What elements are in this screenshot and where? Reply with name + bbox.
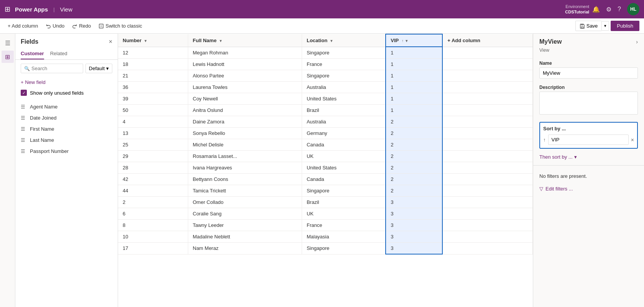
cell-vip: 2 [386,185,442,197]
col-header-fullname[interactable]: Full Name ▾ [188,34,302,47]
table-row: 6Coralie SangUK3 [118,208,533,220]
sidebar-tabs: Customer Related [15,48,118,60]
switch-classic-button[interactable]: Switch to classic [95,21,145,30]
type-dropdown[interactable]: Default ▾ [85,64,112,73]
cell-vip: 1 [386,82,442,93]
cell-vip: 3 [386,243,442,254]
col-header-vip[interactable]: VIP ↑ ▾ [386,34,442,47]
field-item-date-joined[interactable]: ☰ Date Joined [15,112,118,123]
table-row: 28Ivana HargreavesUnited States2 [118,162,533,174]
cell-location: Singapore [302,185,386,197]
table-row: 36Laurena TowlesAustralia1 [118,82,533,93]
cell-empty [442,243,532,254]
field-icon: ☰ [21,115,27,121]
publish-button[interactable]: Publish [611,21,639,31]
cell-empty [442,105,532,116]
table-row: 44Tamica TrickettSingapore2 [118,185,533,197]
cell-empty [442,220,532,231]
notifications-icon[interactable]: 🔔 [592,6,600,13]
cell-number: 50 [118,105,188,116]
cell-empty [442,174,532,185]
cell-number: 10 [118,231,188,243]
save-button[interactable]: Save [575,21,602,31]
field-item-last-name[interactable]: ☰ Last Name [15,135,118,146]
cell-location: United States [302,162,386,174]
redo-button[interactable]: Redo [69,21,94,30]
edit-filters-button[interactable]: ▽ Edit filters ... [533,184,644,194]
undo-button[interactable]: Undo [43,21,67,30]
table-row: 50Anitra OslundBrazil1 [118,105,533,116]
search-icon: 🔍 [24,66,30,71]
then-sort-button[interactable]: Then sort by ... ▾ [533,152,644,162]
field-item-passport-number[interactable]: ☰ Passport Number [15,146,118,157]
add-column-header[interactable]: + Add column [442,34,532,47]
cell-fullname: Lewis Hadnott [188,59,302,70]
cell-location: France [302,59,386,70]
field-icon: ☰ [21,148,27,154]
settings-icon[interactable]: ⚙ [606,6,611,13]
save-dropdown-button[interactable]: ▾ [601,21,609,31]
cell-fullname: Laurena Towles [188,82,302,93]
collapse-sidebar-button[interactable]: ☰ [2,37,14,49]
cell-empty [442,82,532,93]
avatar[interactable]: HL [627,3,639,15]
description-textarea[interactable] [539,92,638,115]
cell-number: 17 [118,243,188,254]
field-item-agent-name[interactable]: ☰ Agent Name [15,101,118,112]
sort-field-row: ↑ VIP × [543,135,634,145]
topbar-divider: | [53,7,54,12]
help-icon[interactable]: ? [618,6,621,13]
new-field-button[interactable]: + New field [15,77,118,87]
grid-icon[interactable]: ⊞ [5,5,10,13]
tab-customer[interactable]: Customer [21,48,44,59]
cell-empty [442,128,532,139]
show-unused-checkbox: ✓ [21,90,27,96]
add-column-button[interactable]: + Add column [5,21,41,30]
right-panel-header: MyView › [533,34,644,47]
cell-number: 29 [118,151,188,162]
cell-location: UK [302,151,386,162]
col-header-number[interactable]: Number ▾ [118,34,188,47]
cell-fullname: Michel Delisle [188,139,302,151]
cell-vip: 1 [386,47,442,59]
fields-icon[interactable]: ⊞ [2,51,14,63]
cell-vip: 1 [386,70,442,82]
search-row: 🔍 Default ▾ [15,60,118,77]
field-list: ☰ Agent Name ☰ Date Joined ☰ First Name … [15,98,118,160]
cell-location: Australia [302,116,386,128]
cell-location: Singapore [302,70,386,82]
data-table: Number ▾ Full Name ▾ Location ▾ VIP ↑ ▾ … [118,34,533,254]
cell-vip: 2 [386,174,442,185]
table-row: 10Madaline NeblettMalayasia3 [118,231,533,243]
cell-vip: 3 [386,208,442,220]
cell-fullname: Tawny Leeder [188,220,302,231]
sort-remove-button[interactable]: × [631,137,634,143]
field-item-first-name[interactable]: ☰ First Name [15,123,118,135]
cell-vip: 1 [386,59,442,70]
cell-fullname: Rosamaria Lasset... [188,151,302,162]
col-header-location[interactable]: Location ▾ [302,34,386,47]
app-name: Power Apps [15,6,48,13]
cell-location: United States [302,93,386,105]
sort-icon-location: ▾ [330,39,332,43]
sidebar-close-button[interactable]: × [109,38,112,45]
field-icon: ☰ [21,126,27,132]
sort-asc-icon: ↑ [543,137,546,143]
sort-icon-number: ▾ [145,39,146,43]
topbar-view-label: View [60,6,72,13]
cell-location: Canada [302,139,386,151]
table-row: 4Daine ZamoraAustralia2 [118,116,533,128]
name-input[interactable] [539,67,638,79]
save-button-group: Save ▾ [575,21,610,31]
expand-icon[interactable]: › [636,39,638,45]
divider [533,165,644,166]
tab-related[interactable]: Related [50,48,67,59]
right-panel: MyView › View Name Description Sort by .… [533,34,644,307]
name-section: Name [533,57,644,82]
cell-vip: 2 [386,151,442,162]
cell-location: Malayasia [302,231,386,243]
show-unused-toggle[interactable]: ✓ Show only unused fields [15,87,118,98]
search-input[interactable] [31,66,80,71]
chevron-down-icon: ▾ [574,154,577,160]
sort-field-value[interactable]: VIP [548,135,629,145]
